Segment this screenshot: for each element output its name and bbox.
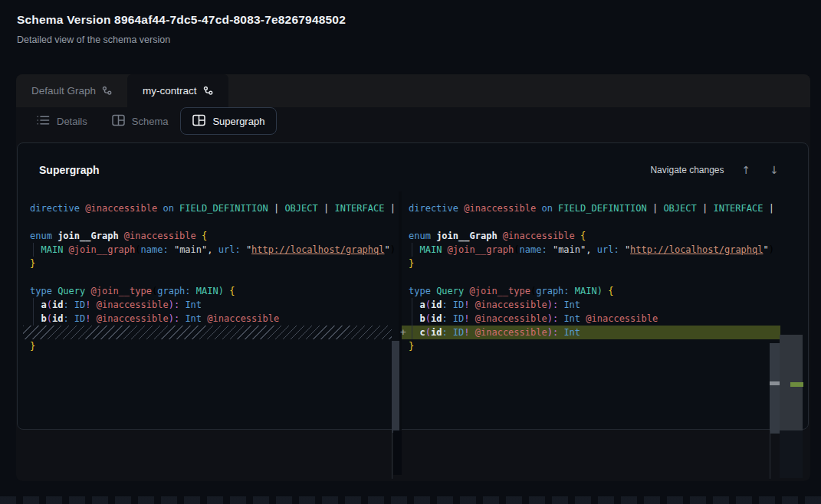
bottom-hatch-band: [0, 496, 821, 504]
code-token: :: [613, 244, 619, 255]
code-token: [91, 313, 97, 324]
code-line: [402, 215, 780, 229]
list-icon: [37, 115, 50, 128]
code-token: (: [47, 313, 52, 324]
code-token: @inaccessible: [207, 313, 279, 324]
code-token: MAIN: [575, 286, 597, 296]
code-link[interactable]: http://localhost/graphql: [630, 244, 763, 255]
diff-left-code: directive @inaccessible on FIELD_DEFINIT…: [23, 191, 399, 353]
code-token: :: [63, 313, 68, 324]
indent-guide: [412, 298, 412, 312]
code-token: Query: [57, 286, 85, 296]
code-token: ID: [74, 313, 85, 324]
code-token: |: [647, 203, 664, 214]
branch-icon: [203, 86, 213, 96]
code-token: join__Graph: [57, 231, 118, 241]
code-token: [30, 244, 41, 255]
code-token: Query: [436, 286, 464, 296]
code-token: Int: [563, 327, 580, 338]
indent-guide: [412, 243, 412, 257]
code-token: [409, 299, 419, 310]
code-token: @inaccessible: [503, 231, 575, 241]
tab-details[interactable]: Details: [25, 107, 100, 135]
tab-supergraph[interactable]: Supergraph: [180, 107, 277, 135]
code-line: b(id: ID! @inaccessible): Int @inaccessi…: [402, 312, 780, 326]
code-line: b(id: ID! @inaccessible): Int @inaccessi…: [23, 312, 392, 326]
code-token: [30, 299, 41, 310]
code-token: {: [580, 231, 586, 241]
page-subtitle: Detailed view of the schema version: [17, 34, 170, 45]
code-token: [448, 299, 453, 310]
code-token: MAIN: [41, 244, 63, 255]
code-token: ,: [207, 244, 218, 255]
code-token: !: [85, 313, 90, 324]
code-token: ):: [547, 327, 558, 338]
code-line: directive @inaccessible on FIELD_DEFINIT…: [402, 201, 780, 215]
code-token: [69, 299, 74, 310]
tab-my-contract[interactable]: my-contract: [127, 74, 228, 107]
code-token: ): [769, 244, 774, 255]
code-token: |: [318, 203, 335, 214]
navigate-changes-label: Navigate changes: [650, 165, 724, 175]
arrow-up-icon[interactable]: ↑: [741, 162, 753, 178]
code-token: [448, 327, 453, 338]
tab-default-graph[interactable]: Default Graph: [16, 74, 127, 107]
code-line: MAIN @join__graph(name: "main", url: "ht…: [23, 243, 392, 257]
left-editor-scrollbar[interactable]: [392, 341, 399, 433]
code-token: OBJECT: [284, 203, 317, 214]
code-line: enum join__Graph @inaccessible {: [23, 229, 392, 243]
arrow-down-icon[interactable]: ↓: [768, 162, 780, 178]
code-token: @inaccessible: [97, 313, 169, 324]
diff-left-editor[interactable]: directive @inaccessible on FIELD_DEFINIT…: [23, 191, 399, 430]
code-token: FIELD_DEFINITION: [558, 203, 647, 214]
code-token: (: [47, 299, 52, 310]
navigate-changes: Navigate changes ↑ ↓: [650, 162, 780, 178]
diff-right-editor[interactable]: directive @inaccessible on FIELD_DEFINIT…: [402, 191, 803, 430]
code-token: directive: [409, 203, 458, 214]
code-link[interactable]: http://localhost/graphql: [251, 244, 384, 255]
code-token: ): [218, 286, 224, 296]
tab-label: my-contract: [143, 85, 197, 97]
code-token: @inaccessible: [475, 299, 547, 310]
code-token: [498, 231, 503, 241]
tab-label: Default Graph: [31, 85, 96, 97]
code-token: (: [425, 313, 431, 324]
code-token: c: [419, 327, 425, 338]
code-line: [23, 270, 392, 284]
code-token: {: [608, 286, 613, 296]
page: Schema Version 8964af44-7dc5-47cd-8083-7…: [0, 0, 821, 504]
code-token: MAIN: [419, 244, 442, 255]
code-token: ID: [453, 299, 464, 310]
code-token: Int: [185, 313, 202, 324]
code-token: ):: [169, 299, 179, 310]
code-token: [409, 244, 419, 255]
code-token: [169, 244, 174, 255]
view-tab-label: Schema: [132, 116, 169, 127]
indent-guide: [33, 243, 34, 257]
code-token: url: [597, 244, 614, 255]
code-token: [575, 231, 580, 241]
panel-title: Supergraph: [39, 164, 100, 176]
code-token: url: [218, 244, 235, 255]
code-token: [570, 286, 575, 296]
code-token: graph: [536, 286, 563, 296]
indent-guide: [412, 312, 412, 326]
code-line: directive @inaccessible on FIELD_DEFINIT…: [23, 201, 392, 215]
diff-overview-ruler-overflow: [780, 430, 803, 478]
code-token: enum: [30, 231, 52, 241]
code-token: on: [163, 203, 173, 214]
code-token: id: [431, 299, 442, 310]
columns-icon: [112, 114, 125, 129]
code-token: [619, 244, 625, 255]
code-token: id: [52, 313, 63, 324]
code-token: "main": [553, 244, 586, 255]
code-token: |: [763, 203, 773, 214]
tab-schema[interactable]: Schema: [100, 107, 181, 135]
graph-tab-strip: Default Graph my-contract: [16, 74, 810, 107]
view-tab-label: Details: [57, 116, 87, 127]
code-token: ID: [453, 327, 464, 338]
code-token: "main": [174, 244, 207, 255]
right-editor-scrollbar[interactable]: [770, 343, 780, 434]
code-line: }: [23, 339, 392, 353]
code-token: |: [384, 203, 395, 214]
